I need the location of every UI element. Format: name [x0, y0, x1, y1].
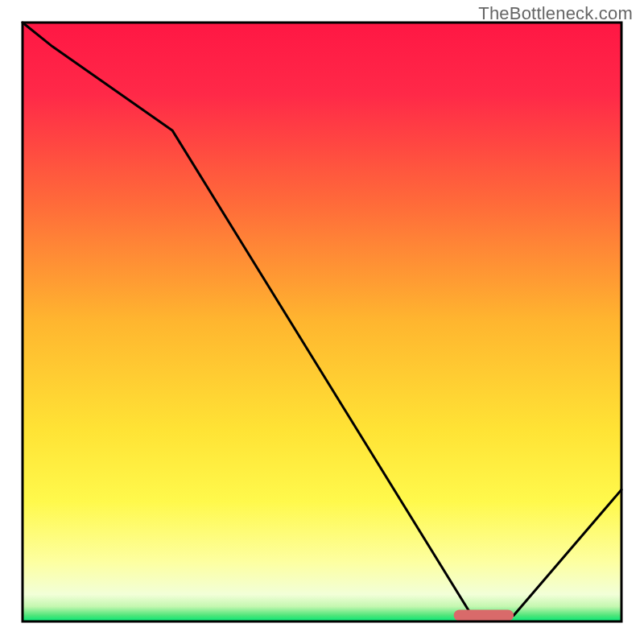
gradient-background [23, 23, 621, 621]
chart-container: TheBottleneck.com [0, 0, 644, 644]
optimal-marker [454, 610, 514, 621]
bottleneck-chart [0, 0, 644, 644]
watermark-text: TheBottleneck.com [478, 3, 633, 24]
